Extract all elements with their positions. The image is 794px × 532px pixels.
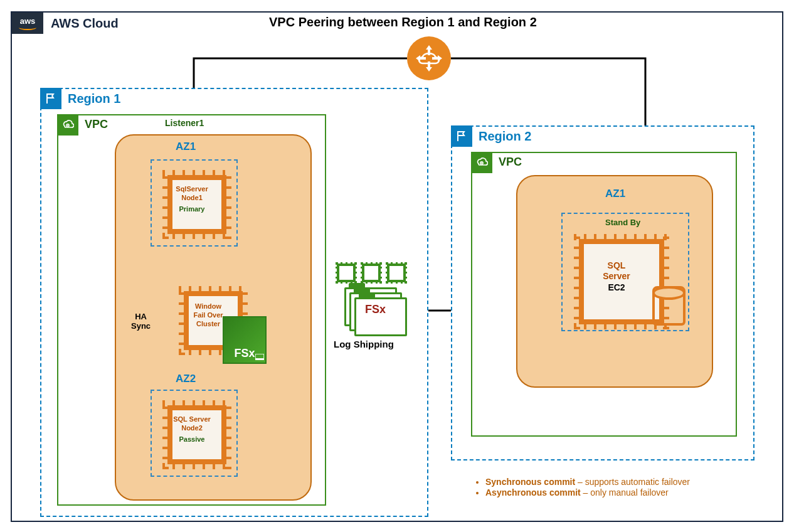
legend: Synchronous commit – supports automatic …: [460, 476, 690, 498]
green-chip-icon: [387, 263, 406, 282]
green-chip-icon: [362, 263, 381, 282]
green-chip-icon: [337, 263, 356, 282]
region-flag-icon: [451, 125, 472, 147]
standby-text: SQL Server EC2: [579, 239, 654, 314]
vpc-2-label: VPC: [499, 156, 522, 169]
az2-label: AZ2: [176, 373, 196, 385]
node1-text: SqlServer Node1 Primary: [167, 175, 216, 224]
region2-zone: AZ1 Stand By SQL Server EC2: [516, 175, 713, 388]
az1-label: AZ1: [176, 141, 196, 153]
legend-item: Synchronous commit – supports automatic …: [485, 477, 690, 487]
node2-text: SQL Server Node2 Passive: [167, 405, 216, 454]
fsx-service-icon: FSx: [223, 316, 267, 364]
region-1-label: Region 1: [68, 92, 120, 106]
listener1-label: Listener1: [165, 118, 204, 128]
region-flag-icon: [40, 88, 61, 109]
svg-rect-5: [481, 162, 482, 164]
vpc-peering-icon: [407, 36, 451, 80]
svg-rect-1: [67, 125, 68, 126]
legend-item: Asynchronous commit – only manual failov…: [485, 487, 690, 497]
region-2-label: Region 2: [479, 129, 531, 144]
vpc-cloud-icon: [471, 152, 492, 173]
cloud-title: AWS Cloud: [51, 16, 119, 31]
vpc-1-box: VPC Listener1 AZ1 AZ2 HASync SqlServer N…: [57, 114, 326, 506]
aws-logo-text: aws: [20, 17, 36, 25]
standby-label: Stand By: [605, 218, 640, 227]
az1-r2-label: AZ1: [605, 188, 625, 200]
vpc-2-box: VPC Listener2 AZ1 Stand By SQL Server EC…: [471, 152, 737, 437]
peering-title: VPC Peering between Region 1 and Region …: [269, 15, 537, 29]
aws-logo-icon: aws: [12, 13, 43, 34]
vpc-cloud-icon: [57, 114, 78, 136]
ha-sync-label: HASync: [130, 312, 152, 331]
region-2-box: Region 2 VPC Listener2 AZ1 Stand By SQL …: [451, 125, 754, 460]
diagram-canvas: aws AWS Cloud VPC Peering between Region…: [11, 11, 783, 522]
database-storage-icon: [652, 286, 685, 326]
vpc-1-label: VPC: [85, 118, 108, 131]
fsx-target-label: FSx: [365, 303, 386, 316]
region1-cluster-zone: AZ1 AZ2 HASync SqlServer Node1 Primary W: [115, 134, 312, 501]
svg-rect-3: [255, 358, 264, 360]
log-shipping-label: Log Shipping: [334, 339, 394, 349]
